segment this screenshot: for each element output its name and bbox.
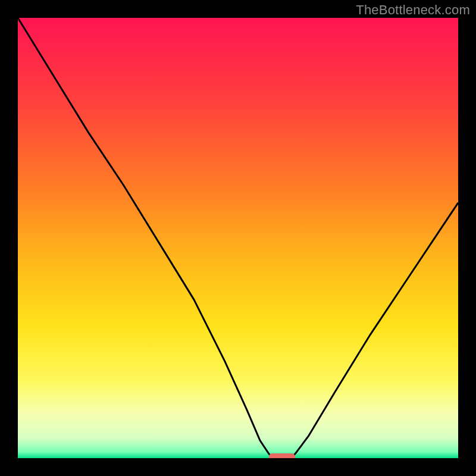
chart-frame: TheBottleneck.com: [0, 0, 476, 476]
plot-area: [18, 18, 458, 458]
watermark-text: TheBottleneck.com: [356, 2, 470, 18]
optimal-marker: [269, 453, 295, 458]
bottleneck-chart: [18, 18, 458, 458]
